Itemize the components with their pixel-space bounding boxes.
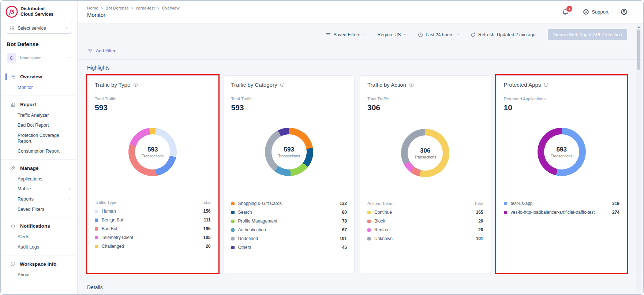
legend-label: Unknown bbox=[374, 236, 393, 241]
info-icon[interactable] bbox=[409, 82, 414, 87]
legend-value: 20 bbox=[475, 219, 483, 224]
sidebar-item-notifications[interactable]: Notifications bbox=[1, 220, 77, 232]
app-window: f5 Distributed Cloud Services Select ser… bbox=[0, 0, 644, 295]
legend-value: 67 bbox=[339, 227, 347, 232]
sidebar-item-audit-logs[interactable]: Audit Logs bbox=[1, 242, 77, 253]
breadcrumb: Home>Bot Defense>carrie-test>Overview bbox=[87, 6, 180, 10]
legend-label: Redirect bbox=[374, 227, 391, 232]
legend-item-search[interactable]: Search80 bbox=[231, 208, 347, 217]
chevron-down-icon bbox=[611, 10, 615, 14]
sidebar-item-monitor[interactable]: Monitor bbox=[1, 83, 77, 93]
view-in-waap-button[interactable]: View in Web App & API Protection bbox=[548, 29, 627, 40]
legend-item-redirect[interactable]: Redirect20 bbox=[367, 225, 483, 234]
donut-chart-area: 593Transactions bbox=[231, 114, 347, 190]
scrollbar-thumb[interactable] bbox=[637, 30, 640, 70]
refresh-button[interactable]: Refresh: Updated 2 min ago bbox=[471, 32, 535, 37]
time-range-dropdown[interactable]: Last 24 hours bbox=[418, 32, 460, 37]
legend-swatch bbox=[367, 228, 371, 232]
sidebar-item-protection-coverage-report[interactable]: Protection Coverage Report bbox=[1, 131, 77, 146]
donut-chart[interactable]: 593Transactions bbox=[538, 128, 586, 176]
card-title: Traffic by Action bbox=[367, 82, 483, 88]
sidebar-item-label: Workspace Info bbox=[20, 261, 56, 267]
scrollbar[interactable] bbox=[636, 25, 641, 292]
add-filter-button[interactable]: Add Filter bbox=[87, 45, 627, 59]
card-protected-apps: Protected AppsDefended Applications10593… bbox=[496, 75, 628, 273]
legend-item-undefined[interactable]: Undefined191 bbox=[231, 234, 347, 243]
sidebar-item-about[interactable]: About bbox=[1, 270, 77, 280]
sidebar-item-applications[interactable]: Applications bbox=[1, 174, 77, 184]
saved-filters-dropdown[interactable]: Saved Filters bbox=[326, 32, 366, 37]
legend-header: Actions TakenTotal bbox=[367, 200, 483, 208]
scroll-up-arrow-icon[interactable] bbox=[637, 26, 640, 28]
card-title-label: Traffic by Category bbox=[231, 82, 277, 88]
legend-item-human[interactable]: Human156 bbox=[95, 207, 211, 216]
chevron-down-icon bbox=[363, 33, 366, 37]
donut-chart[interactable]: 593Transactions bbox=[265, 128, 313, 176]
sidebar-item-label: Notifications bbox=[20, 223, 50, 229]
legend-label: ves-io-http-loadbalancer-artificial-traf… bbox=[511, 210, 595, 215]
sidebar-item-bad-bot-report[interactable]: Bad Bot Report bbox=[1, 120, 77, 131]
region-dropdown[interactable]: Region: US bbox=[377, 32, 407, 37]
sidebar-item-manage[interactable]: Manage bbox=[1, 162, 77, 174]
legend-swatch bbox=[231, 246, 235, 249]
sidebar-item-overview[interactable]: Overview bbox=[1, 71, 77, 83]
clock-icon bbox=[418, 32, 423, 37]
legend-item-challenged[interactable]: Challenged26 bbox=[95, 242, 211, 251]
legend-header-right: Total bbox=[202, 200, 210, 205]
info-icon[interactable] bbox=[544, 82, 548, 87]
topbar-left: Home>Bot Defense>carrie-test>Overview Mo… bbox=[87, 6, 180, 18]
divider bbox=[577, 7, 577, 17]
legend-item-bad-bot[interactable]: Bad Bot195 bbox=[95, 224, 211, 233]
details-heading: Details bbox=[87, 279, 627, 294]
legend-swatch bbox=[95, 236, 98, 239]
legend-item-block[interactable]: Block20 bbox=[367, 217, 483, 225]
select-service-dropdown[interactable]: Select service bbox=[6, 23, 72, 34]
legend-item-continue[interactable]: Continue165 bbox=[367, 208, 483, 217]
legend-swatch bbox=[367, 211, 371, 214]
legend-item-ves-io-http-loadbalancer-artificial-traffic-test[interactable]: ves-io-http-loadbalancer-artificial-traf… bbox=[504, 208, 620, 217]
sidebar-item-report[interactable]: Report bbox=[1, 98, 77, 111]
legend-header: Traffic TypeTotal bbox=[95, 199, 211, 207]
legend-item-telemetry-client[interactable]: Telemetry Client105 bbox=[95, 233, 211, 242]
legend-header-right: Total bbox=[474, 201, 483, 206]
sidebar-item-workspace-info[interactable]: Workspace Info bbox=[1, 258, 77, 270]
legend-item-others[interactable]: Others45 bbox=[231, 243, 347, 252]
legend-value: 111 bbox=[201, 217, 211, 223]
legend-item-benign-bot[interactable]: Benign Bot111 bbox=[95, 216, 211, 224]
card-traffic-by-category: Traffic by CategoryTotal Traffic593593Tr… bbox=[224, 75, 355, 273]
namespace-selector[interactable]: C Namespace bbox=[1, 51, 77, 68]
sidebar-item-traffic-analyzer[interactable]: Traffic Analyzer bbox=[1, 111, 77, 121]
notifications-bell-button[interactable]: 1 bbox=[560, 8, 571, 16]
info-icon[interactable] bbox=[280, 82, 285, 87]
sidebar-item-alerts[interactable]: Alerts bbox=[1, 232, 77, 242]
legend-item-unknown[interactable]: Unknown101 bbox=[367, 234, 483, 243]
sidebar-item-label: Audit Logs bbox=[18, 244, 39, 250]
sidebar-item-mobile[interactable]: Mobile bbox=[1, 184, 77, 194]
breadcrumb-item-home[interactable]: Home bbox=[87, 6, 98, 10]
brand-name: Distributed Cloud Services bbox=[20, 6, 53, 17]
info-icon bbox=[10, 261, 15, 266]
breadcrumb-item-carrie-test[interactable]: carrie-test bbox=[136, 6, 155, 10]
legend-item-shopping-gift-cards[interactable]: Shopping & Gift Cards132 bbox=[231, 199, 347, 208]
donut-chart[interactable]: 593Transactions bbox=[128, 128, 177, 176]
legend-label: Challenged bbox=[102, 244, 124, 249]
legend-item-profile-management[interactable]: Profile Management78 bbox=[231, 217, 347, 225]
donut-chart[interactable]: 306Transactions bbox=[401, 129, 449, 177]
sidebar-item-label: Bad Bot Report bbox=[18, 123, 49, 128]
notifications-icon bbox=[10, 223, 16, 229]
legend-item-authentication[interactable]: Authentication67 bbox=[231, 225, 347, 234]
breadcrumb-item-bot-defense[interactable]: Bot Defense bbox=[106, 6, 129, 10]
metric-label: Total Traffic bbox=[367, 97, 483, 101]
chevron-down-icon bbox=[64, 26, 68, 30]
legend: test-us-app319ves-io-http-loadbalancer-a… bbox=[504, 199, 620, 217]
support-menu[interactable]: Support bbox=[583, 9, 615, 15]
namespace-avatar: C bbox=[7, 53, 16, 63]
account-menu[interactable] bbox=[621, 8, 634, 15]
sidebar-item-consumption-report[interactable]: Consumption Report bbox=[1, 146, 77, 157]
nav-section-notifications: NotificationsAlertsAudit Logs bbox=[1, 217, 77, 255]
info-icon[interactable] bbox=[133, 82, 138, 87]
sidebar-item-saved-filters[interactable]: Saved Filters bbox=[1, 205, 77, 215]
donut-center: 593Transactions bbox=[135, 134, 170, 169]
legend-item-test-us-app[interactable]: test-us-app319 bbox=[504, 199, 620, 208]
sidebar-item-reports[interactable]: Reports bbox=[1, 194, 77, 205]
